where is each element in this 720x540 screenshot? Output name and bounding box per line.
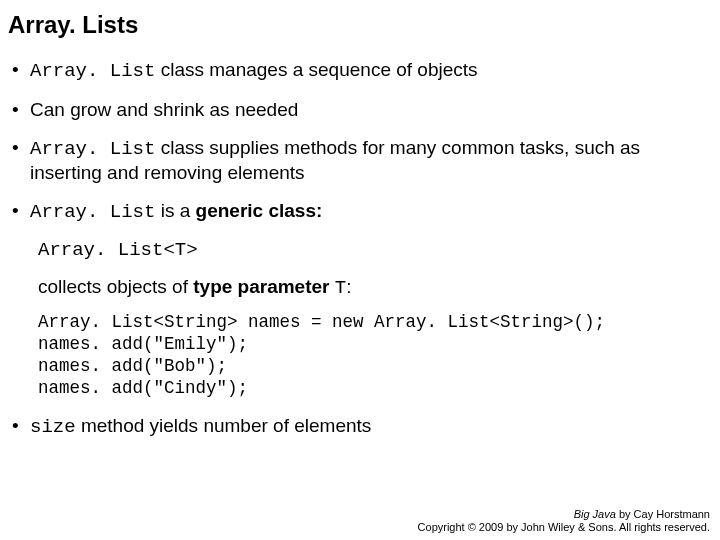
bullet-text: Array. List is a generic class:: [30, 199, 708, 225]
bullet-text: Can grow and shrink as needed: [30, 98, 708, 122]
bullet-item: • Can grow and shrink as needed: [8, 98, 708, 122]
bullet-text: Array. List class supplies methods for m…: [30, 136, 708, 186]
bullet-text: size method yields number of elements: [30, 414, 708, 440]
bullet-dot: •: [12, 414, 30, 440]
bullet-item: • Array. List is a generic class:: [8, 199, 708, 225]
bullet-dot: •: [12, 98, 30, 122]
footer-line1: Big Java by Cay Horstmann: [418, 508, 710, 521]
collects-text: collects objects of type parameter T:: [38, 275, 708, 301]
bold-span: generic class:: [196, 200, 323, 221]
text-span: method yields number of elements: [76, 415, 372, 436]
bullet-dot: •: [12, 199, 30, 225]
code-block: Array. List<String> names = new Array. L…: [38, 312, 708, 400]
code-span: Array. List: [30, 138, 155, 160]
bullet-item: • Array. List class manages a sequence o…: [8, 58, 708, 84]
text-span: is a: [155, 200, 195, 221]
bullet-text: Array. List class manages a sequence of …: [30, 58, 708, 84]
text-span: class manages a sequence of objects: [155, 59, 477, 80]
text-span: :: [346, 276, 351, 297]
code-span: size: [30, 416, 76, 438]
footer-line2: Copyright © 2009 by John Wiley & Sons. A…: [418, 521, 710, 534]
slide-title: Array. Lists: [8, 10, 708, 40]
bullet-dot: •: [12, 58, 30, 84]
bullet-item: • size method yields number of elements: [8, 414, 708, 440]
code-span: T: [335, 277, 346, 299]
generic-example: Array. List<T>: [38, 239, 708, 263]
code-span: Array. List: [30, 60, 155, 82]
book-title: Big Java: [574, 508, 616, 520]
code-span: Array. List: [30, 201, 155, 223]
bullet-item: • Array. List class supplies methods for…: [8, 136, 708, 186]
footer: Big Java by Cay Horstmann Copyright © 20…: [418, 508, 710, 534]
author: by Cay Horstmann: [616, 508, 710, 520]
bullet-dot: •: [12, 136, 30, 186]
bold-span: type parameter: [193, 276, 329, 297]
text-span: collects objects of: [38, 276, 193, 297]
